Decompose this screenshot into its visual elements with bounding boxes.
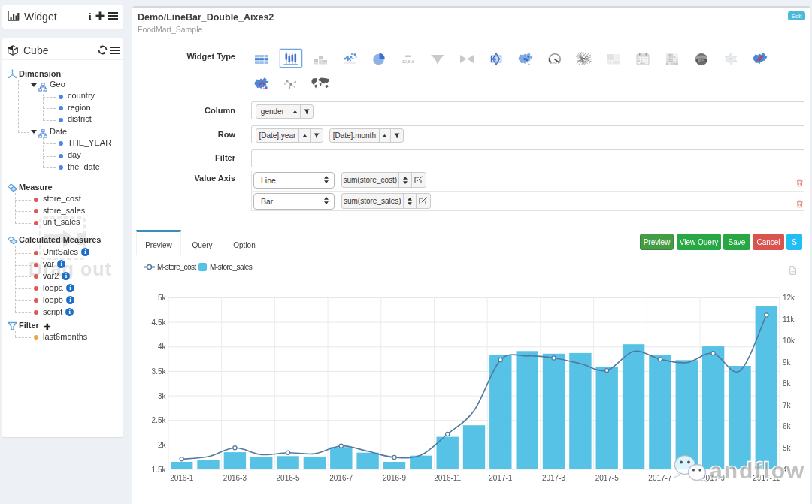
svg-text:2.5k: 2.5k	[152, 416, 167, 424]
svg-text:2016-9: 2016-9	[383, 474, 407, 482]
svg-text:5k: 5k	[158, 294, 167, 302]
svg-text:1.5k: 1.5k	[152, 466, 167, 474]
svg-text:3k: 3k	[158, 392, 167, 400]
svg-text:7k: 7k	[783, 401, 792, 409]
svg-text:2017-5: 2017-5	[595, 474, 620, 482]
svg-text:9k: 9k	[783, 358, 792, 367]
svg-text:2016-1: 2016-1	[170, 474, 194, 482]
svg-text:2k: 2k	[158, 441, 167, 449]
svg-text:4.5k: 4.5k	[152, 318, 167, 327]
svg-text:12k: 12k	[783, 294, 795, 302]
svg-text:4k: 4k	[158, 343, 167, 351]
svg-text:3.5k: 3.5k	[152, 367, 167, 376]
svg-text:10k: 10k	[783, 337, 795, 345]
svg-text:2016-3: 2016-3	[223, 474, 247, 482]
svg-text:2017-3: 2017-3	[542, 474, 566, 482]
svg-text:2016-7: 2016-7	[329, 474, 353, 482]
svg-text:6k: 6k	[783, 422, 792, 430]
svg-text:andflow: andflow	[710, 458, 805, 483]
svg-text:8k: 8k	[783, 379, 792, 388]
svg-text:2016-5: 2016-5	[277, 474, 301, 482]
svg-text:2017-1: 2017-1	[489, 474, 513, 482]
svg-text:11k: 11k	[783, 315, 795, 324]
svg-text:2016-11: 2016-11	[434, 474, 461, 482]
